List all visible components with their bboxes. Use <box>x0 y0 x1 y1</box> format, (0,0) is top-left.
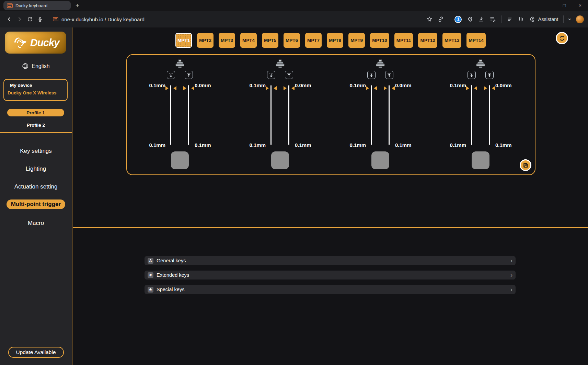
save-button[interactable] <box>520 159 531 171</box>
release-slider-handle-left[interactable] <box>284 86 287 90</box>
press-slider-track[interactable] <box>270 85 272 145</box>
mpt-tab-mpt4[interactable]: MPT4 <box>240 33 257 48</box>
sidebar-item-key-settings[interactable]: Key settings <box>0 148 72 155</box>
onepassword-extension-icon[interactable]: 1 <box>454 16 462 23</box>
release-point-button[interactable] <box>185 71 193 79</box>
sidebar-lines-icon[interactable] <box>507 16 513 22</box>
mpt-tab-mpt12[interactable]: MPT12 <box>418 33 437 48</box>
press-point-button[interactable] <box>367 71 376 79</box>
maximize-button[interactable]: □ <box>556 3 572 8</box>
arrow-down-to-line-icon <box>468 71 475 78</box>
extensions-puzzle-icon[interactable] <box>467 16 473 22</box>
press-slider-handle-left[interactable] <box>466 86 469 90</box>
mpt-tab-mpt10[interactable]: MPT10 <box>370 33 389 48</box>
keyboard-favicon-icon <box>7 3 13 8</box>
sidebar-item-multi-point-trigger[interactable]: Multi-point trigger <box>7 199 65 209</box>
browser-tab[interactable]: Ducky keyboard <box>3 1 71 10</box>
release-slider-track[interactable] <box>188 85 189 145</box>
press-min-label: 0.1mm <box>349 142 366 148</box>
sync-button[interactable] <box>556 32 568 44</box>
sidebar-item-actuation-setting[interactable]: Actuation setting <box>0 183 72 190</box>
press-slider-handle-left[interactable] <box>165 86 169 90</box>
leo-assistant-icon <box>529 16 535 22</box>
update-available-button[interactable]: Update Available <box>8 347 64 358</box>
sidebar-item-macro[interactable]: Macro <box>0 220 72 227</box>
language-selector[interactable]: English <box>0 63 72 69</box>
forward-button[interactable] <box>14 14 25 24</box>
press-value-label: 0.1mm <box>249 82 266 88</box>
key-category-row-general-keys[interactable]: A General keys › <box>145 256 516 265</box>
downloads-icon[interactable] <box>478 16 484 22</box>
refresh-button[interactable] <box>25 14 35 24</box>
press-slider-handle-right[interactable] <box>474 86 477 90</box>
close-button[interactable]: × <box>572 3 588 8</box>
mpt-tab-mpt8[interactable]: MPT8 <box>327 33 343 48</box>
press-min-label: 0.1mm <box>249 142 266 148</box>
release-slider-handle-left[interactable] <box>484 86 487 90</box>
press-slider-handle-left[interactable] <box>266 86 269 90</box>
key-category-row-extended-keys[interactable]: # Extended keys › <box>145 271 516 280</box>
main-content: MPT1MPT2MPT3MPT4MPT5MPT6MPT7MPT8MPT9MPT1… <box>73 27 588 365</box>
microphone-icon[interactable] <box>35 14 45 24</box>
mpt-tab-mpt1[interactable]: MPT1 <box>175 33 192 48</box>
key-category-row-special-keys[interactable]: ★ Special keys › <box>145 285 516 294</box>
chevron-right-icon: › <box>510 258 512 264</box>
mpt-tab-mpt7[interactable]: MPT7 <box>305 33 322 48</box>
mpt-tab-mpt6[interactable]: MPT6 <box>284 33 300 48</box>
audio-equalizer-icon[interactable] <box>518 16 524 22</box>
chevron-down-icon[interactable]: › <box>566 18 573 20</box>
mpt-tab-mpt2[interactable]: MPT2 <box>197 33 214 48</box>
release-slider-track[interactable] <box>389 85 390 145</box>
address-bar[interactable]: one-x.duckyhub.io / Ducky keyboard <box>53 16 145 22</box>
assistant-label: Assistant <box>538 16 558 22</box>
release-slider-track[interactable] <box>288 85 289 145</box>
mpt-tab-mpt9[interactable]: MPT9 <box>348 33 365 48</box>
press-value-label: 0.1mm <box>349 82 366 88</box>
reading-list-icon[interactable] <box>489 16 496 22</box>
bookmark-star-icon[interactable] <box>426 16 433 22</box>
minimize-button[interactable]: — <box>541 3 556 8</box>
press-slider-handle-right[interactable] <box>173 86 176 90</box>
key-switch-icon <box>174 59 186 69</box>
mpt-tab-mpt13[interactable]: MPT13 <box>442 33 462 48</box>
press-slider-handle-right[interactable] <box>274 86 277 90</box>
release-point-button[interactable] <box>385 71 393 79</box>
back-button[interactable] <box>4 14 14 24</box>
mpt-tab-mpt14[interactable]: MPT14 <box>466 33 486 48</box>
release-slider-handle-right[interactable] <box>291 86 295 90</box>
release-slider-handle-left[interactable] <box>183 86 186 90</box>
device-card[interactable]: My device Ducky One X Wireless <box>3 79 68 101</box>
release-slider-handle-right[interactable] <box>191 86 194 90</box>
profile-1-button[interactable]: Profile 1 <box>7 109 64 116</box>
url-text: one-x.duckyhub.io / Ducky keyboard <box>61 16 145 22</box>
press-slider-handle-left[interactable] <box>366 86 369 90</box>
press-slider-track[interactable] <box>170 85 171 145</box>
sidebar-item-lighting[interactable]: Lighting <box>0 166 72 172</box>
site-favicon-keyboard-icon <box>53 17 58 21</box>
mpt-tab-mpt3[interactable]: MPT3 <box>219 33 235 48</box>
release-point-button[interactable] <box>485 71 494 79</box>
mpt-tab-mpt11[interactable]: MPT11 <box>394 33 413 48</box>
arrow-up-to-line-icon <box>185 71 192 78</box>
release-point-button[interactable] <box>285 71 293 79</box>
release-value-label: 0.0mm <box>495 82 512 88</box>
release-slider-handle-right[interactable] <box>392 86 395 90</box>
press-point-button[interactable] <box>267 71 275 79</box>
press-slider-track[interactable] <box>471 85 472 145</box>
mpt-tab-row: MPT1MPT2MPT3MPT4MPT5MPT6MPT7MPT8MPT9MPT1… <box>73 33 588 48</box>
release-slider-handle-left[interactable] <box>384 86 387 90</box>
assistant-button[interactable]: Assistant <box>529 16 558 22</box>
profile-2-button[interactable]: Profile 2 <box>0 123 72 128</box>
mpt-tab-mpt5[interactable]: MPT5 <box>262 33 278 48</box>
profile-avatar[interactable] <box>576 15 584 23</box>
press-point-button[interactable] <box>468 71 476 79</box>
press-slider-track[interactable] <box>371 85 372 145</box>
arrow-down-to-line-icon <box>268 71 275 78</box>
release-slider-track[interactable] <box>489 85 490 145</box>
new-tab-button[interactable]: + <box>76 2 79 9</box>
press-point-button[interactable] <box>167 71 175 79</box>
browser-tab-bar: Ducky keyboard + — □ × <box>0 0 588 11</box>
press-slider-handle-right[interactable] <box>374 86 377 90</box>
copy-link-icon[interactable] <box>438 16 444 22</box>
release-slider-handle-right[interactable] <box>492 86 495 90</box>
